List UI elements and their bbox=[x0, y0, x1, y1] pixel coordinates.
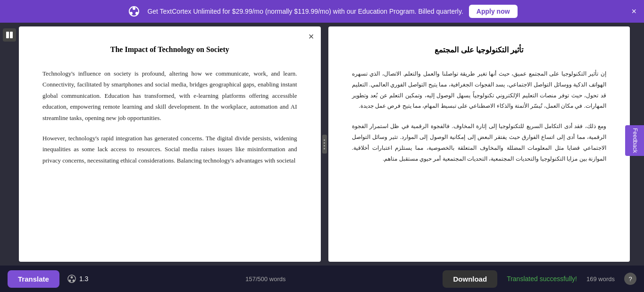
svg-point-3 bbox=[130, 12, 133, 15]
toolbar-right-section: Download Translated successfully! 169 wo… bbox=[443, 270, 636, 288]
apply-now-button[interactable]: Apply now bbox=[469, 5, 518, 18]
svg-rect-4 bbox=[6, 32, 9, 38]
svg-point-2 bbox=[135, 12, 138, 15]
source-panel: × The Impact of Technology on Society Te… bbox=[19, 26, 321, 262]
target-doc-content: تأثير التكنولوجيا على المجتمع إن تأثير ا… bbox=[328, 26, 630, 262]
translate-button[interactable]: Translate bbox=[8, 270, 59, 288]
left-sidebar bbox=[0, 23, 19, 266]
help-button[interactable]: ? bbox=[624, 273, 636, 285]
textcortex-logo-icon bbox=[126, 4, 142, 19]
svg-point-8 bbox=[72, 280, 75, 282]
main-area: × The Impact of Technology on Society Te… bbox=[0, 23, 644, 266]
divider-dot bbox=[324, 148, 325, 149]
svg-point-7 bbox=[70, 276, 73, 279]
source-doc-content: The Impact of Technology on Society Tech… bbox=[19, 26, 321, 262]
feedback-tab[interactable]: Feedback bbox=[625, 125, 644, 156]
svg-rect-5 bbox=[10, 32, 13, 38]
panels-container: × The Impact of Technology on Society Te… bbox=[19, 23, 630, 266]
word-count-right: 169 words bbox=[586, 275, 615, 283]
close-banner-button[interactable]: × bbox=[631, 7, 636, 17]
target-paragraph-2: ومع ذلك، فقد أدى التكامل السريع للتكنولو… bbox=[352, 121, 607, 164]
target-doc-body: إن تأثير التكنولوجيا على المجتمع عميق، ح… bbox=[352, 69, 607, 164]
sidebar-toggle-button[interactable] bbox=[3, 28, 16, 42]
source-doc-body: Technology's influence on society is pro… bbox=[42, 68, 297, 166]
word-count-left: 157/500 words bbox=[245, 275, 285, 283]
divider-dot bbox=[324, 142, 325, 144]
banner-text: Get TextCortex Unlimited for $29.99/mo (… bbox=[147, 8, 463, 15]
right-sidebar: Feedback bbox=[630, 23, 644, 266]
layout-icon bbox=[5, 31, 14, 39]
svg-point-9 bbox=[68, 280, 71, 282]
success-message: Translated successfully! bbox=[507, 275, 577, 283]
source-doc-title: The Impact of Technology on Society bbox=[42, 45, 297, 54]
download-button[interactable]: Download bbox=[443, 270, 497, 288]
svg-point-1 bbox=[133, 7, 135, 10]
token-count: 1.3 bbox=[79, 275, 88, 283]
bottom-toolbar: Translate 1.3 157/500 words Download Tra… bbox=[0, 266, 644, 292]
source-paragraph-2: However, technology's rapid integration … bbox=[42, 133, 297, 166]
target-doc-title: تأثير التكنولوجيا على المجتمع bbox=[352, 45, 607, 54]
toolbar-left-section: Translate 1.3 bbox=[8, 270, 88, 288]
divider-dots bbox=[324, 139, 325, 149]
target-paragraph-1: إن تأثير التكنولوجيا على المجتمع عميق، ح… bbox=[352, 69, 607, 112]
panel-divider[interactable] bbox=[321, 23, 328, 266]
source-panel-close-button[interactable]: × bbox=[309, 31, 314, 42]
divider-dot bbox=[324, 139, 325, 141]
token-display: 1.3 bbox=[67, 274, 88, 283]
toolbar-center-section: 157/500 words bbox=[88, 275, 443, 283]
divider-handle bbox=[322, 135, 327, 154]
source-paragraph-1: Technology's influence on society is pro… bbox=[42, 68, 297, 123]
target-panel: تأثير التكنولوجيا على المجتمع إن تأثير ا… bbox=[328, 26, 630, 262]
top-banner: Get TextCortex Unlimited for $29.99/mo (… bbox=[0, 0, 644, 23]
token-icon bbox=[67, 274, 76, 283]
divider-dot bbox=[324, 145, 325, 146]
